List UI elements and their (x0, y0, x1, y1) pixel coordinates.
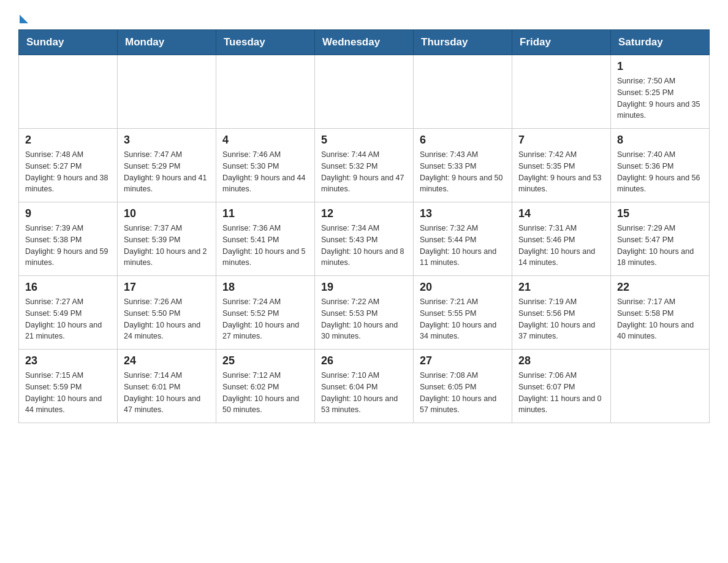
day-info: Sunrise: 7:17 AM Sunset: 5:58 PM Dayligh… (617, 296, 703, 342)
calendar-cell: 3Sunrise: 7:47 AM Sunset: 5:29 PM Daylig… (118, 129, 216, 202)
day-number: 19 (321, 281, 407, 294)
day-number: 22 (617, 281, 703, 294)
calendar-cell (19, 55, 118, 129)
day-number: 20 (420, 281, 506, 294)
calendar-cell (414, 55, 512, 129)
calendar-cell: 27Sunrise: 7:08 AM Sunset: 6:05 PM Dayli… (414, 350, 512, 423)
day-number: 2 (25, 134, 111, 147)
day-info: Sunrise: 7:50 AM Sunset: 5:25 PM Dayligh… (617, 75, 703, 121)
calendar-cell: 15Sunrise: 7:29 AM Sunset: 5:47 PM Dayli… (611, 202, 710, 276)
day-number: 3 (124, 134, 210, 147)
day-number: 1 (617, 60, 703, 73)
calendar-cell: 24Sunrise: 7:14 AM Sunset: 6:01 PM Dayli… (118, 350, 216, 423)
logo-arrow-icon (20, 15, 28, 23)
calendar-cell: 12Sunrise: 7:34 AM Sunset: 5:43 PM Dayli… (315, 202, 414, 276)
day-info: Sunrise: 7:27 AM Sunset: 5:49 PM Dayligh… (25, 296, 111, 342)
calendar-cell: 9Sunrise: 7:39 AM Sunset: 5:38 PM Daylig… (19, 202, 118, 276)
day-number: 17 (124, 281, 210, 294)
day-info: Sunrise: 7:48 AM Sunset: 5:27 PM Dayligh… (25, 149, 111, 195)
day-info: Sunrise: 7:44 AM Sunset: 5:32 PM Dayligh… (321, 149, 407, 195)
calendar-cell: 6Sunrise: 7:43 AM Sunset: 5:33 PM Daylig… (414, 129, 512, 202)
col-thursday: Thursday (414, 30, 512, 55)
day-info: Sunrise: 7:10 AM Sunset: 6:04 PM Dayligh… (321, 370, 407, 416)
day-number: 5 (321, 134, 407, 147)
day-number: 9 (25, 207, 111, 220)
calendar-cell: 28Sunrise: 7:06 AM Sunset: 6:07 PM Dayli… (512, 350, 611, 423)
day-number: 18 (222, 281, 308, 294)
day-number: 7 (518, 134, 604, 147)
day-number: 14 (518, 207, 604, 220)
calendar-table: Sunday Monday Tuesday Wednesday Thursday… (18, 29, 710, 423)
day-info: Sunrise: 7:08 AM Sunset: 6:05 PM Dayligh… (420, 370, 506, 416)
day-info: Sunrise: 7:31 AM Sunset: 5:46 PM Dayligh… (518, 223, 604, 269)
calendar-cell: 25Sunrise: 7:12 AM Sunset: 6:02 PM Dayli… (216, 350, 315, 423)
day-number: 4 (222, 134, 308, 147)
day-number: 10 (124, 207, 210, 220)
col-saturday: Saturday (611, 30, 710, 55)
col-wednesday: Wednesday (315, 30, 414, 55)
week-row-5: 23Sunrise: 7:15 AM Sunset: 5:59 PM Dayli… (19, 350, 710, 423)
calendar-cell (611, 350, 710, 423)
day-info: Sunrise: 7:24 AM Sunset: 5:52 PM Dayligh… (222, 296, 308, 342)
calendar-header-row: Sunday Monday Tuesday Wednesday Thursday… (19, 30, 710, 55)
week-row-3: 9Sunrise: 7:39 AM Sunset: 5:38 PM Daylig… (19, 202, 710, 276)
calendar-cell (512, 55, 611, 129)
day-info: Sunrise: 7:40 AM Sunset: 5:36 PM Dayligh… (617, 149, 703, 195)
day-number: 13 (420, 207, 506, 220)
calendar-cell: 7Sunrise: 7:42 AM Sunset: 5:35 PM Daylig… (512, 129, 611, 202)
day-number: 6 (420, 134, 506, 147)
col-tuesday: Tuesday (216, 30, 315, 55)
day-info: Sunrise: 7:47 AM Sunset: 5:29 PM Dayligh… (124, 149, 210, 195)
week-row-4: 16Sunrise: 7:27 AM Sunset: 5:49 PM Dayli… (19, 276, 710, 350)
day-info: Sunrise: 7:14 AM Sunset: 6:01 PM Dayligh… (124, 370, 210, 416)
day-info: Sunrise: 7:26 AM Sunset: 5:50 PM Dayligh… (124, 296, 210, 342)
day-number: 12 (321, 207, 407, 220)
calendar-cell: 2Sunrise: 7:48 AM Sunset: 5:27 PM Daylig… (19, 129, 118, 202)
calendar-cell: 19Sunrise: 7:22 AM Sunset: 5:53 PM Dayli… (315, 276, 414, 350)
calendar-cell: 4Sunrise: 7:46 AM Sunset: 5:30 PM Daylig… (216, 129, 315, 202)
day-info: Sunrise: 7:42 AM Sunset: 5:35 PM Dayligh… (518, 149, 604, 195)
day-info: Sunrise: 7:43 AM Sunset: 5:33 PM Dayligh… (420, 149, 506, 195)
day-number: 25 (222, 354, 308, 367)
day-info: Sunrise: 7:32 AM Sunset: 5:44 PM Dayligh… (420, 223, 506, 269)
day-info: Sunrise: 7:46 AM Sunset: 5:30 PM Dayligh… (222, 149, 308, 195)
calendar-cell: 8Sunrise: 7:40 AM Sunset: 5:36 PM Daylig… (611, 129, 710, 202)
day-info: Sunrise: 7:15 AM Sunset: 5:59 PM Dayligh… (25, 370, 111, 416)
calendar-cell: 11Sunrise: 7:36 AM Sunset: 5:41 PM Dayli… (216, 202, 315, 276)
week-row-2: 2Sunrise: 7:48 AM Sunset: 5:27 PM Daylig… (19, 129, 710, 202)
calendar-cell: 5Sunrise: 7:44 AM Sunset: 5:32 PM Daylig… (315, 129, 414, 202)
day-number: 27 (420, 354, 506, 367)
day-info: Sunrise: 7:22 AM Sunset: 5:53 PM Dayligh… (321, 296, 407, 342)
day-info: Sunrise: 7:06 AM Sunset: 6:07 PM Dayligh… (518, 370, 604, 416)
day-number: 11 (222, 207, 308, 220)
calendar-cell: 21Sunrise: 7:19 AM Sunset: 5:56 PM Dayli… (512, 276, 611, 350)
day-number: 21 (518, 281, 604, 294)
day-number: 28 (518, 354, 604, 367)
calendar-cell: 20Sunrise: 7:21 AM Sunset: 5:55 PM Dayli… (414, 276, 512, 350)
page-header (18, 12, 710, 23)
calendar-cell: 14Sunrise: 7:31 AM Sunset: 5:46 PM Dayli… (512, 202, 611, 276)
day-info: Sunrise: 7:29 AM Sunset: 5:47 PM Dayligh… (617, 223, 703, 269)
day-number: 16 (25, 281, 111, 294)
calendar-cell: 18Sunrise: 7:24 AM Sunset: 5:52 PM Dayli… (216, 276, 315, 350)
logo (18, 12, 28, 23)
day-info: Sunrise: 7:19 AM Sunset: 5:56 PM Dayligh… (518, 296, 604, 342)
week-row-1: 1Sunrise: 7:50 AM Sunset: 5:25 PM Daylig… (19, 55, 710, 129)
day-info: Sunrise: 7:34 AM Sunset: 5:43 PM Dayligh… (321, 223, 407, 269)
col-friday: Friday (512, 30, 611, 55)
calendar-cell: 17Sunrise: 7:26 AM Sunset: 5:50 PM Dayli… (118, 276, 216, 350)
day-info: Sunrise: 7:36 AM Sunset: 5:41 PM Dayligh… (222, 223, 308, 269)
col-monday: Monday (118, 30, 216, 55)
calendar-cell (315, 55, 414, 129)
calendar-cell: 10Sunrise: 7:37 AM Sunset: 5:39 PM Dayli… (118, 202, 216, 276)
calendar-cell (118, 55, 216, 129)
day-number: 23 (25, 354, 111, 367)
day-number: 15 (617, 207, 703, 220)
calendar-cell: 22Sunrise: 7:17 AM Sunset: 5:58 PM Dayli… (611, 276, 710, 350)
day-number: 8 (617, 134, 703, 147)
day-info: Sunrise: 7:37 AM Sunset: 5:39 PM Dayligh… (124, 223, 210, 269)
day-info: Sunrise: 7:39 AM Sunset: 5:38 PM Dayligh… (25, 223, 111, 269)
calendar-cell (216, 55, 315, 129)
calendar-cell: 26Sunrise: 7:10 AM Sunset: 6:04 PM Dayli… (315, 350, 414, 423)
day-info: Sunrise: 7:12 AM Sunset: 6:02 PM Dayligh… (222, 370, 308, 416)
